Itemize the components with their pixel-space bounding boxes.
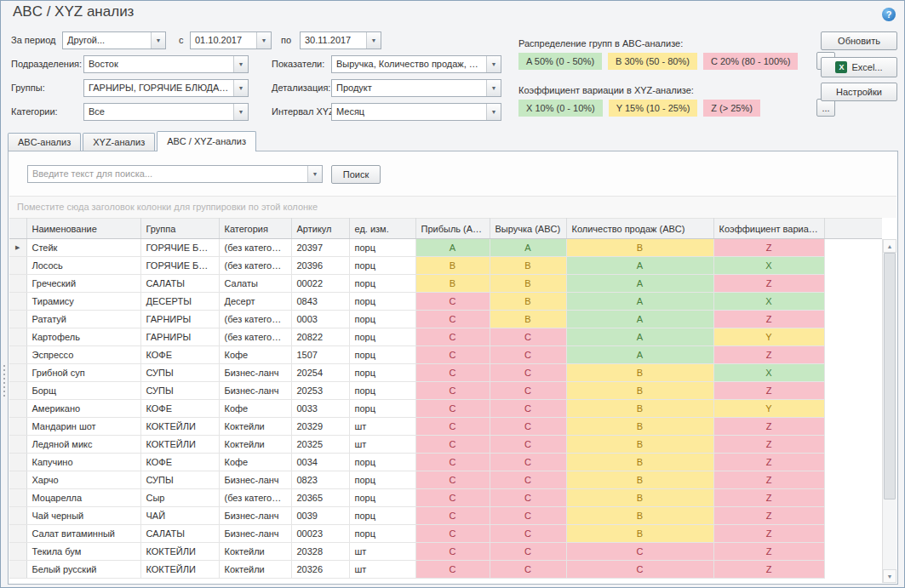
tab-0[interactable]: ABC-анализ [8,133,81,151]
tab-2[interactable]: ABC / XYZ-анализ [157,131,256,151]
table-row[interactable]: ХарчоСУПЫБизнес-ланч0823порцCCBZ [9,471,882,489]
categories-select[interactable]: Все ▼ [83,103,249,121]
date-to-select[interactable]: 30.11.2017 ▼ [300,31,381,49]
column-header[interactable]: Количество продаж (ABC) [566,219,713,239]
cell-revenue: C [490,543,566,561]
cell-name: Картофель [26,328,140,346]
row-indicator [9,382,26,400]
column-header[interactable]: Прибыль (ABC) [415,219,490,239]
table-row[interactable]: Текила бумКОКТЕЙЛИКоктейли20328штCCCZ [9,543,882,561]
cell-name: Стейк [26,239,140,257]
row-filler [824,489,882,507]
groups-value: ГАРНИРЫ, ГОРЯЧИЕ БЛЮДА, ДЕ... [84,80,233,96]
cell-unit: порц [349,507,415,525]
table-row[interactable]: Грибной супСУПЫБизнес-ланч20254порцCCBX [9,364,882,382]
refresh-button[interactable]: Обновить [821,31,897,50]
table-row[interactable]: ЛососьГОРЯЧИЕ БЛЮДА(без категории)20396п… [9,257,882,275]
cell-variation: X [713,257,824,275]
vertical-scrollbar[interactable]: ▲ ▼ [882,239,896,583]
cell-group: КОФЕ [140,454,219,471]
cell-revenue: C [490,364,566,382]
cell-variation: Z [713,436,824,454]
table-row[interactable]: Ледяной миксКОКТЕЙЛИКоктейли20325штCCBZ [9,436,882,454]
table-row[interactable]: ТирамисуДЕСЕРТЫДесерт0843порцCBAX [9,293,882,311]
cell-sales: A [566,346,713,364]
table-row[interactable]: АмериканоКОФЕКофе0033порцCCBY [9,400,882,418]
cell-revenue: C [490,418,566,436]
table-row[interactable]: РататуйГАРНИРЫ(без категории)0003порцCBA… [9,311,882,328]
cell-profit: C [415,543,490,561]
date-from-label: с [179,31,184,49]
column-header[interactable]: Выручка (ABC) [490,219,566,239]
cell-profit: C [415,382,490,400]
cell-sales: A [566,311,713,328]
chevron-down-icon: ▼ [256,32,271,49]
row-filler [824,239,882,257]
cell-sales: A [566,293,713,311]
cell-group: ЧАЙ [140,507,219,525]
scrollbar-thumb[interactable] [884,253,896,500]
departments-label: Подразделения: [11,55,82,73]
cell-unit: шт [349,543,415,561]
table-row[interactable]: КартофельГАРНИРЫ(без категории)20822порц… [9,328,882,346]
cell-article: 1507 [291,346,349,364]
cell-name: Моцарелла [26,489,140,507]
column-header[interactable]: ед. изм. [349,219,415,239]
indicators-select[interactable]: Выручка, Количество продаж, П... ▼ [331,55,501,73]
chevron-down-icon: ▼ [151,32,165,49]
xyz-legend-title: Коэффициент вариации в XYZ-анализе: [518,85,694,95]
cell-revenue: B [490,311,566,328]
row-indicator [9,561,26,579]
table-row[interactable]: Салат витаминныйСАЛАТЫБизнес-ланч00023по… [9,525,882,543]
table-row[interactable]: ▶СтейкГОРЯЧИЕ БЛЮДА(без категории)20397п… [9,239,882,257]
period-select[interactable]: Другой... ▼ [62,31,166,49]
cell-group: ГАРНИРЫ [140,328,219,346]
cell-variation: Z [713,525,824,543]
scrollbar-track[interactable] [883,253,896,569]
row-filler [824,418,882,436]
cell-profit: C [415,328,490,346]
cell-variation: Z [713,275,824,293]
search-button[interactable]: Поиск [331,165,381,184]
cell-name: Чай черный [26,507,140,525]
column-header[interactable]: Группа [140,219,219,239]
group-by-panel[interactable]: Поместите сюда заголовок колонки для гру… [9,196,896,218]
xyz-interval-select[interactable]: Месяц ▼ [331,103,501,121]
grid-viewport: НаименованиеГруппаКатегорияАртикулед. из… [9,218,882,583]
column-header[interactable]: Наименование [26,219,140,239]
scroll-up-arrow-icon[interactable]: ▲ [883,239,896,253]
help-icon[interactable]: ? [882,8,896,21]
groups-select[interactable]: ГАРНИРЫ, ГОРЯЧИЕ БЛЮДА, ДЕ... ▼ [83,79,249,97]
column-header[interactable]: Категория [219,219,291,239]
table-row[interactable]: ГреческийСАЛАТЫСалаты00022порцBBAZ [9,275,882,293]
row-filler [824,346,882,364]
cell-sales: B [566,364,713,382]
xyz-settings-button[interactable]: ... [816,99,835,117]
settings-button[interactable]: Настройки [821,83,897,101]
row-indicator [9,418,26,436]
abc-xyz-report-window: ABC / XYZ анализ ? За период Другой... ▼… [0,0,905,588]
tab-1[interactable]: XYZ-анализ [83,133,155,151]
column-header[interactable]: Артикул [291,219,349,239]
search-input[interactable]: Введите текст для поиска... ▼ [27,165,323,183]
scroll-down-arrow-icon[interactable]: ▼ [883,569,896,583]
table-row[interactable]: КапучиноКОФЕКофе0034порцCCBZ [9,454,882,471]
table-header-row: НаименованиеГруппаКатегорияАртикулед. из… [9,219,882,239]
table-row[interactable]: МоцареллаСыр(без категории)20365порцCCBZ [9,489,882,507]
date-from-select[interactable]: 01.10.2017 ▼ [190,31,272,49]
cell-unit: порц [349,328,415,346]
table-row[interactable]: Чай черныйЧАЙБизнес-ланч0039порцCCBZ [9,507,882,525]
column-header[interactable]: Коэффициент вариации... [713,219,824,239]
cell-sales: B [566,400,713,418]
excel-button[interactable]: X Excel... [821,57,897,77]
table-row[interactable]: Белый русскийКОКТЕЙЛИКоктейли20326штCCCZ [9,561,882,579]
departments-select[interactable]: Восток ▼ [83,55,249,73]
table-row[interactable]: БорщСУПЫБизнес-ланч20253порцCCBZ [9,382,882,400]
xyz-interval-label: Интервал XYZ: [272,103,337,121]
detail-select[interactable]: Продукт ▼ [331,79,501,97]
panel-splitter-grip[interactable] [2,358,7,402]
table-row[interactable]: ЭспрессоКОФЕКофе1507порцCCAZ [9,346,882,364]
analysis-table: НаименованиеГруппаКатегорияАртикулед. из… [9,218,882,579]
cell-article: 0034 [291,454,349,471]
table-row[interactable]: Мандарин шотКОКТЕЙЛИКоктейли20329штCCBZ [9,418,882,436]
